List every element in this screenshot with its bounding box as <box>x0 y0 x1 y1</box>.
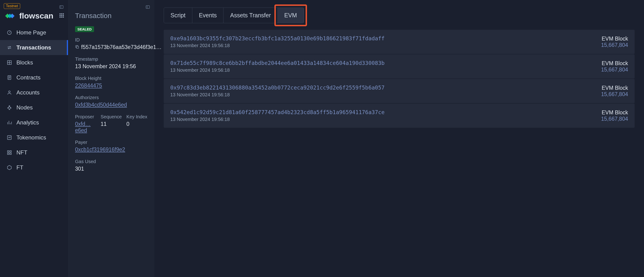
sidebar-item-ft[interactable]: FT <box>0 160 68 175</box>
svg-point-19 <box>8 91 10 93</box>
brand-name: flowscan <box>19 11 53 20</box>
sidebar-item-blocks[interactable]: Blocks <box>0 55 68 70</box>
dashboard-icon <box>6 150 12 155</box>
field-block-height: Block Height 226844475 <box>75 76 147 89</box>
block-height-link[interactable]: 226844475 <box>75 82 147 89</box>
evm-hash-link[interactable]: 0x542ed1c92d59c21d81a60f258777457ad4b232… <box>170 109 384 115</box>
evm-block-label: EVM Block <box>601 36 628 42</box>
svg-rect-2 <box>63 13 64 14</box>
sequence-value: 11 <box>100 121 122 127</box>
field-label: Key Index <box>126 114 147 120</box>
timestamp-value: 13 November 2024 19:56 <box>75 63 147 70</box>
field-label: Block Height <box>75 76 147 81</box>
evm-timestamp: 13 November 2024 19:56:18 <box>170 43 384 48</box>
svg-rect-7 <box>61 16 62 17</box>
evm-list: 0xe9a1603bc9355fc307b23eccfb3bfc1a3255a0… <box>164 30 634 128</box>
svg-rect-34 <box>10 153 11 154</box>
hexagon-icon <box>6 165 12 170</box>
gas-used-value: 301 <box>75 166 147 172</box>
field-payer: Payer 0xcb1cf3196916f9e2 <box>75 140 147 153</box>
svg-line-25 <box>10 106 11 108</box>
field-label: Payer <box>75 140 147 145</box>
evm-timestamp: 13 November 2024 19:56:18 <box>170 67 384 73</box>
svg-marker-35 <box>8 165 12 170</box>
collapse-icon[interactable] <box>59 5 64 10</box>
evm-block-label: EVM Block <box>601 109 628 116</box>
field-id: ID f557a1573b76aa53e73d46f3e1… <box>75 37 147 50</box>
sidebar-item-nft[interactable]: NFT <box>0 145 68 160</box>
nodes-icon <box>6 105 12 110</box>
panel-collapse-icon[interactable] <box>146 5 150 10</box>
svg-point-23 <box>9 109 10 110</box>
svg-rect-3 <box>60 15 61 16</box>
nav-label: Nodes <box>16 104 32 111</box>
key-index-value: 0 <box>126 121 147 127</box>
evm-row: 0x71de55c7f989c8ce6bb2bffabdbe2044ee6a01… <box>164 54 634 78</box>
sidebar-item-tokenomics[interactable]: Tokenomics <box>0 130 68 145</box>
nav-label: Analytics <box>16 119 39 126</box>
evm-row: 0x542ed1c92d59c21d81a60f258777457ad4b232… <box>164 104 634 128</box>
transaction-detail-panel: Transaction SEALED ID f557a1573b76aa53e7… <box>68 0 154 277</box>
evm-block-link[interactable]: 15,667,804 <box>601 66 628 73</box>
field-gas-used: Gas Used 301 <box>75 159 147 172</box>
nav-label: NFT <box>16 149 28 156</box>
evm-block-link[interactable]: 15,667,804 <box>601 116 628 122</box>
tab-events[interactable]: Events <box>192 8 224 23</box>
apps-icon[interactable] <box>59 13 64 19</box>
svg-rect-31 <box>8 151 9 152</box>
svg-rect-32 <box>10 151 11 152</box>
page-title: Transaction <box>75 12 147 20</box>
swap-icon <box>6 45 12 50</box>
tab-assets-transfer[interactable]: Assets Transfer <box>224 8 278 23</box>
transaction-id: f557a1573b76aa53e73d46f3e1… <box>81 44 162 50</box>
svg-rect-8 <box>63 16 64 17</box>
svg-rect-1 <box>61 13 62 14</box>
evm-timestamp: 13 November 2024 19:56:18 <box>170 117 384 122</box>
sidebar-item-accounts[interactable]: Accounts <box>0 85 68 100</box>
gauge-icon <box>6 30 12 35</box>
field-label: Timestamp <box>75 56 147 62</box>
svg-rect-0 <box>60 13 61 14</box>
nav-label: Accounts <box>16 89 40 96</box>
proposer-link[interactable]: 0xfd…e6ed <box>75 121 96 134</box>
sidebar-item-contracts[interactable]: Contracts <box>0 70 68 85</box>
evm-hash-link[interactable]: 0x97c83d3eb8221431306880a35452a0b0772cec… <box>170 85 384 91</box>
evm-row: 0x97c83d3eb8221431306880a35452a0b0772cec… <box>164 79 634 103</box>
svg-rect-33 <box>8 153 9 154</box>
field-label: Sequence <box>100 114 122 120</box>
svg-line-24 <box>8 106 10 108</box>
sidebar-item-home[interactable]: Home Page <box>0 25 68 40</box>
svg-rect-5 <box>63 15 64 16</box>
field-proposer: Proposer 0xfd…e6ed <box>75 114 96 134</box>
field-label: Proposer <box>75 114 96 120</box>
evm-row: 0xe9a1603bc9355fc307b23eccfb3bfc1a3255a0… <box>164 30 634 54</box>
sidebar-item-analytics[interactable]: Analytics <box>0 115 68 130</box>
evm-block-link[interactable]: 15,667,804 <box>601 91 628 97</box>
evm-hash-link[interactable]: 0x71de55c7f989c8ce6bb2bffabdbe2044ee6a01… <box>170 60 384 66</box>
field-sequence: Sequence 11 <box>100 114 122 134</box>
field-timestamp: Timestamp 13 November 2024 19:56 <box>75 56 147 70</box>
grid-icon <box>6 60 12 65</box>
tabs: Script Events Assets Transfer EVM <box>164 7 304 23</box>
field-authorizers: Authorizers 0xfd3b4cd50d44e6ed <box>75 95 147 108</box>
svg-rect-4 <box>61 15 62 16</box>
document-icon <box>6 75 12 80</box>
authorizers-link[interactable]: 0xfd3b4cd50d44e6ed <box>75 102 147 108</box>
sidebar-item-nodes[interactable]: Nodes <box>0 100 68 115</box>
tab-script[interactable]: Script <box>164 8 192 23</box>
nav-label: Blocks <box>16 59 33 66</box>
tab-evm[interactable]: EVM <box>278 8 304 23</box>
sidebar-item-transactions[interactable]: Transactions <box>0 40 68 55</box>
nav-label: FT <box>16 164 23 171</box>
payer-link[interactable]: 0xcb1cf3196916f9e2 <box>75 146 147 153</box>
trend-icon <box>6 135 12 140</box>
svg-point-20 <box>9 106 10 107</box>
chart-icon <box>6 120 12 125</box>
field-label: ID <box>75 37 147 43</box>
nav-label: Home Page <box>16 29 46 36</box>
copy-icon[interactable] <box>75 45 79 50</box>
svg-rect-36 <box>146 6 150 8</box>
evm-block-link[interactable]: 15,667,804 <box>601 42 628 48</box>
evm-hash-link[interactable]: 0xe9a1603bc9355fc307b23eccfb3bfc1a3255a0… <box>170 35 384 41</box>
nav: Home Page Transactions Blocks Contracts … <box>0 25 68 175</box>
